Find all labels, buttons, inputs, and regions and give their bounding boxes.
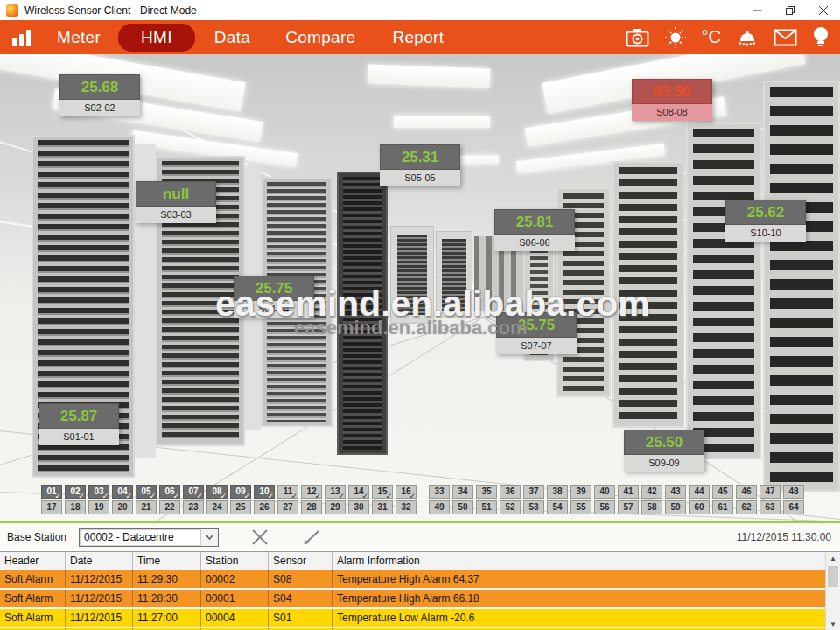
channel-button-01[interactable]: 01✓ [41, 485, 62, 499]
channel-button-20[interactable]: 20 [112, 500, 133, 514]
channel-button-37[interactable]: 37 [523, 485, 544, 499]
channel-button-23[interactable]: 23 [183, 500, 204, 514]
column-header-sensor[interactable]: Sensor [269, 552, 332, 570]
mail-icon[interactable] [774, 29, 797, 46]
cell-header: Soft Alarm [0, 570, 66, 588]
channel-button-18[interactable]: 18 [65, 500, 86, 514]
channel-button-31[interactable]: 31 [372, 500, 393, 514]
channel-button-22[interactable]: 22 [159, 500, 180, 514]
channel-button-49[interactable]: 49 [429, 500, 450, 514]
chevron-down-icon[interactable] [200, 529, 218, 546]
channel-button-08[interactable]: 08✓ [206, 485, 228, 499]
channel-button-53[interactable]: 53 [523, 500, 544, 514]
channel-button-19[interactable]: 19 [88, 500, 109, 514]
timestamp: 11/12/2015 11:30:00 [737, 531, 831, 543]
tab-hmi[interactable]: HMI [118, 24, 195, 52]
channel-button-62[interactable]: 62 [736, 500, 757, 514]
channel-button-25[interactable]: 25 [230, 500, 251, 514]
table-scrollbar[interactable]: ▲ ▼ [825, 552, 840, 630]
column-header-date[interactable]: Date [66, 552, 133, 570]
scroll-up-button[interactable]: ▲ [826, 552, 840, 565]
channel-button-13[interactable]: 13✓ [325, 485, 346, 499]
channel-button-35[interactable]: 35 [476, 485, 497, 499]
column-header-alarm-information[interactable]: Alarm Information [332, 552, 825, 570]
channel-button-47[interactable]: 47 [760, 485, 780, 499]
channel-button-46[interactable]: 46 [736, 485, 757, 499]
camera-icon[interactable] [626, 28, 649, 47]
channel-button-17[interactable]: 17 [41, 500, 62, 514]
scroll-thumb[interactable] [828, 566, 838, 587]
channel-button-10[interactable]: 10✓ [254, 485, 275, 499]
base-station-dropdown[interactable]: 00002 - Datacentre [79, 528, 219, 547]
brightness-icon[interactable] [664, 26, 687, 49]
channel-button-07[interactable]: 07✓ [183, 485, 204, 499]
channel-button-42[interactable]: 42 [641, 485, 662, 499]
channel-button-52[interactable]: 52 [500, 500, 521, 514]
channel-button-21[interactable]: 21 [136, 500, 157, 514]
channel-button-06[interactable]: 06✓ [159, 485, 180, 499]
alarm-bell-icon[interactable] [736, 27, 759, 48]
channel-button-09[interactable]: 09✓ [230, 485, 251, 499]
channel-button-54[interactable]: 54 [547, 500, 568, 514]
tab-report[interactable]: Report [392, 28, 444, 47]
channel-button-39[interactable]: 39 [570, 485, 592, 499]
edit-button[interactable] [301, 528, 322, 547]
channel-button-38[interactable]: 38 [547, 485, 568, 499]
close-button[interactable] [807, 0, 840, 20]
channel-button-12[interactable]: 12✓ [301, 485, 322, 499]
channel-button-36[interactable]: 36 [500, 485, 521, 499]
channel-button-34[interactable]: 34 [452, 485, 473, 499]
cell-station: 00002 [201, 570, 269, 588]
channel-button-45[interactable]: 45 [712, 485, 733, 499]
column-header-station[interactable]: Station [201, 552, 269, 570]
channel-button-60[interactable]: 60 [689, 500, 710, 514]
channel-button-14[interactable]: 14✓ [348, 485, 369, 499]
channel-button-64[interactable]: 64 [783, 500, 804, 514]
channel-button-15[interactable]: 15✓ [372, 485, 393, 499]
column-header-time[interactable]: Time [133, 552, 201, 570]
cell-time: 11:29:30 [133, 570, 201, 588]
channel-button-04[interactable]: 04✓ [112, 485, 133, 499]
channel-button-41[interactable]: 41 [618, 485, 639, 499]
channel-button-43[interactable]: 43 [665, 485, 686, 499]
restore-button[interactable] [774, 0, 807, 20]
tab-meter[interactable]: Meter [57, 28, 101, 47]
channel-button-57[interactable]: 57 [618, 500, 639, 514]
channel-button-55[interactable]: 55 [570, 500, 592, 514]
channel-button-50[interactable]: 50 [452, 500, 473, 514]
chart-icon[interactable] [12, 29, 31, 46]
alarm-row[interactable]: Soft Alarm11/12/201511:29:3000002S08Temp… [0, 570, 825, 590]
channel-button-58[interactable]: 58 [641, 500, 662, 514]
tab-compare[interactable]: Compare [285, 28, 355, 47]
clear-button[interactable] [250, 528, 270, 547]
channel-button-05[interactable]: 05✓ [136, 485, 157, 499]
celsius-icon[interactable]: °C [702, 27, 721, 47]
scroll-down-button[interactable]: ▼ [826, 618, 840, 630]
alarm-row[interactable]: Soft Alarm11/12/201511:28:3000001S04Temp… [0, 590, 825, 609]
alarm-row[interactable]: Soft Alarm11/12/201511:27:0000004S01Temp… [0, 609, 825, 628]
channel-button-03[interactable]: 03✓ [88, 485, 109, 499]
channel-button-16[interactable]: 16✓ [396, 485, 416, 499]
channel-button-44[interactable]: 44 [689, 485, 710, 499]
column-header-header[interactable]: Header [0, 552, 66, 570]
bulb-icon[interactable] [812, 26, 830, 49]
channel-button-30[interactable]: 30 [348, 500, 369, 514]
channel-button-33[interactable]: 33 [429, 485, 450, 499]
channel-button-48[interactable]: 48 [783, 485, 804, 499]
channel-button-63[interactable]: 63 [760, 500, 780, 514]
channel-button-27[interactable]: 27 [277, 500, 298, 514]
channel-button-11[interactable]: 11✓ [277, 485, 298, 499]
channel-button-59[interactable]: 59 [665, 500, 686, 514]
channel-button-24[interactable]: 24 [206, 500, 228, 514]
channel-button-26[interactable]: 26 [254, 500, 275, 514]
minimize-button[interactable] [740, 0, 774, 20]
channel-button-28[interactable]: 28 [301, 500, 322, 514]
channel-button-56[interactable]: 56 [594, 500, 615, 514]
channel-button-61[interactable]: 61 [712, 500, 733, 514]
channel-button-02[interactable]: 02✓ [65, 485, 86, 499]
tab-data[interactable]: Data [214, 28, 250, 47]
channel-button-32[interactable]: 32 [396, 500, 416, 514]
channel-button-51[interactable]: 51 [476, 500, 497, 514]
channel-button-40[interactable]: 40 [594, 485, 615, 499]
channel-button-29[interactable]: 29 [325, 500, 346, 514]
